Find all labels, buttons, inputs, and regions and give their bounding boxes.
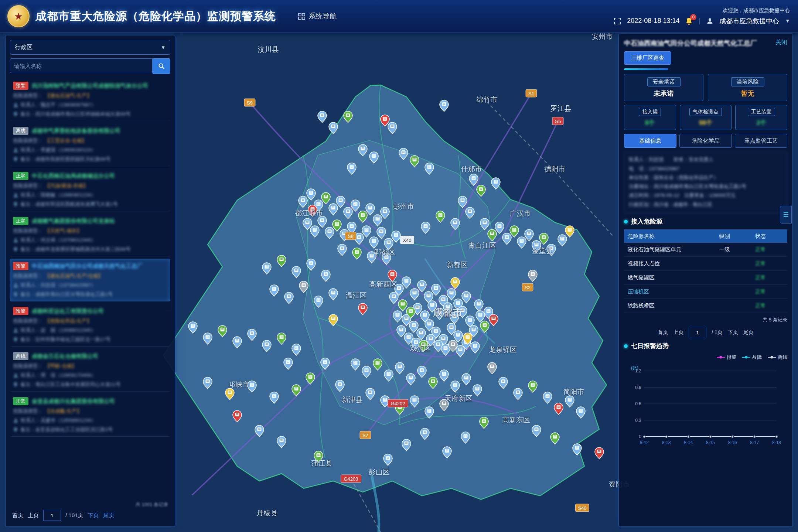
person-icon	[13, 238, 18, 243]
svg-text:0.3: 0.3	[635, 418, 641, 423]
search-input[interactable]	[10, 58, 153, 73]
pager-next[interactable]: 下页	[88, 512, 99, 519]
app-root: { "header": { "title": "成都市重大危险源（危险化学品）监…	[0, 0, 798, 532]
tour-3d-button[interactable]: 三维厂区巡查	[624, 51, 671, 65]
asset-label: 接入罐	[639, 108, 661, 116]
address-line: 备注：成都市双流区西航港街道腾飞大道1号	[13, 201, 167, 208]
location-icon	[13, 291, 18, 297]
header-divider: |	[699, 17, 700, 25]
person-icon	[13, 283, 18, 288]
hazard-row[interactable]: 液化石油气储罐区单元一级正常	[624, 243, 787, 257]
svg-text:0: 0	[639, 434, 641, 439]
trend-legend-item[interactable]: 离线	[768, 354, 787, 361]
map-label: 天府新区	[444, 395, 473, 402]
pager-prev[interactable]: 上页	[673, 329, 683, 336]
pager-next[interactable]: 下页	[728, 329, 738, 336]
pager-first[interactable]: 首页	[658, 329, 668, 336]
company-card[interactable]: 离线成都金兰石化仓储有限公司危险源类型：【甲醇-仓储】联系人：周 强（13908…	[10, 349, 170, 392]
contact-line: 联系人：李建国（13608180123）	[13, 147, 167, 153]
road-badge: S40	[576, 504, 589, 512]
district-select-label: 行政区	[15, 44, 33, 51]
contact-line: 联系人：赵 丽（13088012345）	[13, 327, 167, 334]
status-badge: 预警	[13, 307, 28, 315]
road-badge: S1	[526, 89, 537, 97]
road-badge: S7	[360, 431, 371, 439]
pager-page-suffix: / 101页	[65, 512, 83, 519]
person-icon	[13, 192, 18, 198]
map-label: 德阳市	[545, 165, 566, 173]
section-bullet-icon	[624, 344, 628, 348]
svg-text:S7: S7	[362, 433, 368, 438]
hazard-row[interactable]: 燃气储罐区正常	[624, 271, 787, 285]
status-badge: 离线	[13, 127, 28, 135]
company-name: 成都科宏达化工有限责任公司	[32, 308, 104, 315]
company-name: 成都燃气集团股份有限公司龙泉站	[32, 218, 115, 225]
info-row: 行政区划：四川省 - 成都市 - 青白江区	[629, 200, 782, 209]
company-card[interactable]: 正常中石化西南石油局成都储运分公司危险源类型：【汽油/柴油-存储】联系人：陈晓敏…	[10, 168, 170, 211]
map-label: 高新东区	[502, 416, 530, 424]
enterprise-detail-panel: 中石油西南油气田分公司成都天然气化工总厂 关闭 三维厂区巡查 安全承诺 未承诺 …	[618, 33, 793, 527]
tab-0[interactable]: 基础信息	[624, 134, 676, 148]
company-card[interactable]: 预警中石油西南油气田分公司成都天然气化工总厂危险源类型：【液化石油气-生产/仓储…	[10, 259, 170, 301]
panel-expand-button[interactable]: ☰	[780, 206, 792, 224]
close-link[interactable]: 关闭	[775, 39, 787, 47]
company-card[interactable]: 预警四川迅特制气产品有限公司成都恒信气体分公司危险源类型：【液化石油气-生产】联…	[10, 78, 170, 121]
hazard-row[interactable]: 压缩机区正常	[624, 285, 787, 299]
location-icon	[13, 246, 18, 252]
grid-icon	[298, 13, 305, 20]
org-dropdown[interactable]: 成都市应急救援中心	[719, 17, 779, 25]
svg-text:S9: S9	[247, 100, 253, 106]
contact-line: 联系人：何文斌（13708012345）	[13, 237, 167, 243]
hazard-type-line: 危险源类型：【汽油/柴油-存储】	[13, 183, 167, 189]
pager-last[interactable]: 尾页	[743, 329, 754, 336]
search-button[interactable]	[153, 58, 170, 74]
asset-card: 接入罐8个	[624, 105, 676, 130]
map-label: 罗江县	[550, 105, 572, 112]
company-card[interactable]: 正常金堂县成都川化集团股份有限公司危险源类型：【合成氨-生产】联系人：吴建华（1…	[10, 394, 170, 437]
tab-1[interactable]: 危险化学品	[679, 134, 732, 148]
hazard-row[interactable]: 视频接入点位正常	[624, 257, 787, 271]
map-label: 金堂县	[532, 247, 553, 255]
map-label: 新津县	[342, 396, 363, 403]
svg-text:8-18: 8-18	[772, 440, 781, 445]
status-badge: 预警	[13, 82, 28, 90]
fullscreen-icon[interactable]	[614, 17, 621, 25]
svg-text:0.6: 0.6	[635, 401, 641, 406]
pager-last[interactable]: 尾页	[103, 512, 114, 519]
map-label: 彭州市	[393, 202, 414, 210]
section-bullet-icon	[624, 220, 628, 224]
tab-2[interactable]: 重点监管工艺	[735, 134, 787, 148]
search-icon	[158, 63, 165, 69]
system-nav-button[interactable]: 系统导航	[298, 11, 337, 21]
pager-page-input[interactable]	[43, 510, 61, 521]
map-label: 彭山区	[369, 468, 390, 476]
legend-marker-icon	[717, 355, 725, 359]
info-row: 成立时间：1976-05-12 注册资金：128000万元	[629, 191, 782, 200]
company-sidebar: 行政区 ▼ 预警四川迅特制气产品有限公司成都恒信气体分公司危险源类型：【液化石油…	[5, 35, 175, 527]
hazard-section-title: 接入危险源	[631, 217, 662, 226]
location-icon	[13, 111, 18, 117]
pager-prev[interactable]: 上页	[28, 512, 39, 519]
notification-bell-button[interactable]: 0	[685, 17, 693, 25]
map-label: 都江堰市	[295, 209, 323, 217]
hazard-row[interactable]: 铁路栈桥区正常	[624, 299, 787, 313]
status-badge: 正常	[13, 397, 28, 405]
company-card[interactable]: 预警成都科宏达化工有限责任公司危险源类型：【危险化学品-生产】联系人：赵 丽（1…	[10, 304, 170, 347]
contact-line: 联系人：周 强（13908170456）	[13, 372, 167, 379]
trend-legend-item[interactable]: 报警	[717, 354, 736, 361]
info-row: 联系人：刘志强 职务：安全负责人	[629, 155, 782, 164]
map-label: 新都区	[447, 261, 468, 269]
location-icon	[13, 427, 18, 433]
map-label: 成都市	[433, 307, 463, 318]
datetime: 2022-08-18 13:14	[627, 17, 679, 25]
address-line: 备注：青白江区工业集中发展区同心大道21号	[13, 381, 167, 388]
company-card[interactable]: 离线成都华气厚普机电设备股份有限公司危险源类型：【工贸企业-仓储】联系人：李建国…	[10, 123, 170, 166]
asset-value: 2个	[737, 119, 785, 127]
pager-first[interactable]: 首页	[12, 512, 23, 519]
company-name: 成都金兰石化仓储有限公司	[32, 353, 98, 360]
pager-page-input[interactable]	[689, 327, 706, 338]
system-nav-label: 系统导航	[308, 11, 337, 21]
trend-legend-item[interactable]: 故障	[742, 354, 762, 361]
district-select[interactable]: 行政区 ▼	[10, 40, 170, 55]
company-card[interactable]: 正常成都燃气集团股份有限公司龙泉站危险源类型：【天然气-储存】联系人：何文斌（1…	[10, 214, 170, 256]
